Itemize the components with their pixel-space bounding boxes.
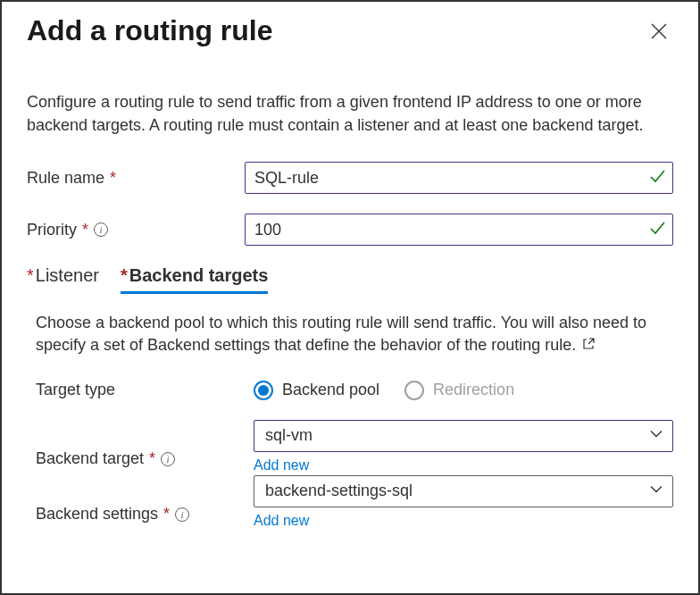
- radio-backend-pool-label: Backend pool: [282, 381, 379, 399]
- panel-description: Configure a routing rule to send traffic…: [27, 90, 673, 137]
- required-asterisk: *: [110, 169, 116, 188]
- radio-backend-pool[interactable]: Backend pool: [254, 381, 379, 400]
- backend-settings-select[interactable]: backend-settings-sql: [254, 475, 673, 507]
- backend-target-row: Backend target * i sql-vm Add new: [36, 420, 673, 473]
- tab-bar: *Listener *Backend targets: [27, 265, 673, 294]
- priority-row: Priority * i: [27, 214, 673, 246]
- radio-selected-icon: [254, 381, 273, 400]
- routing-rule-panel: Add a routing rule Configure a routing r…: [0, 0, 700, 595]
- backend-target-add-new-link[interactable]: Add new: [254, 457, 673, 473]
- tab-backend-targets[interactable]: *Backend targets: [121, 265, 268, 294]
- radio-redirection-label: Redirection: [433, 381, 514, 399]
- backend-target-value: sql-vm: [265, 426, 312, 445]
- info-icon[interactable]: i: [161, 452, 175, 466]
- chevron-down-icon: [649, 482, 663, 500]
- checkmark-icon: [648, 219, 666, 240]
- panel-header: Add a routing rule: [27, 14, 673, 47]
- backend-target-label: Backend target * i: [36, 420, 254, 473]
- required-asterisk: *: [27, 265, 34, 285]
- target-type-label-text: Target type: [36, 381, 115, 399]
- close-icon: [651, 23, 667, 39]
- tab-description-text: Choose a backend pool to which this rout…: [36, 314, 646, 354]
- panel-title: Add a routing rule: [27, 14, 273, 47]
- tab-listener-label: Listener: [36, 265, 99, 285]
- chevron-down-icon: [649, 426, 663, 445]
- backend-target-label-text: Backend target: [36, 449, 144, 468]
- external-link-icon[interactable]: [582, 334, 595, 356]
- backend-target-select[interactable]: sql-vm: [254, 420, 673, 452]
- radio-redirection[interactable]: Redirection: [404, 381, 514, 400]
- priority-input[interactable]: [245, 214, 673, 246]
- rule-name-label-text: Rule name: [27, 169, 104, 188]
- info-icon[interactable]: i: [94, 222, 108, 237]
- tab-description: Choose a backend pool to which this rout…: [36, 312, 673, 356]
- tab-listener[interactable]: *Listener: [27, 265, 99, 294]
- target-type-row: Target type Backend pool Redirection: [36, 381, 673, 400]
- required-asterisk: *: [163, 505, 170, 524]
- priority-label-text: Priority: [27, 221, 77, 239]
- radio-unselected-icon: [404, 381, 424, 400]
- required-asterisk: *: [82, 221, 88, 239]
- required-asterisk: *: [121, 265, 128, 285]
- backend-settings-label: Backend settings * i: [36, 475, 254, 529]
- rule-name-row: Rule name *: [27, 162, 673, 194]
- priority-label: Priority * i: [27, 221, 245, 239]
- rule-name-label: Rule name *: [27, 169, 245, 188]
- rule-name-input[interactable]: [245, 162, 673, 194]
- tab-backend-targets-label: Backend targets: [129, 265, 269, 285]
- checkmark-icon: [648, 167, 666, 189]
- info-icon[interactable]: i: [175, 507, 189, 522]
- target-type-label: Target type: [36, 381, 254, 399]
- required-asterisk: *: [149, 449, 155, 468]
- target-type-radio-group: Backend pool Redirection: [254, 381, 673, 400]
- backend-settings-row: Backend settings * i backend-settings-sq…: [36, 475, 673, 529]
- backend-settings-label-text: Backend settings: [36, 505, 158, 524]
- backend-settings-add-new-link[interactable]: Add new: [254, 513, 673, 529]
- backend-settings-value: backend-settings-sql: [265, 482, 412, 500]
- close-button[interactable]: [645, 17, 673, 46]
